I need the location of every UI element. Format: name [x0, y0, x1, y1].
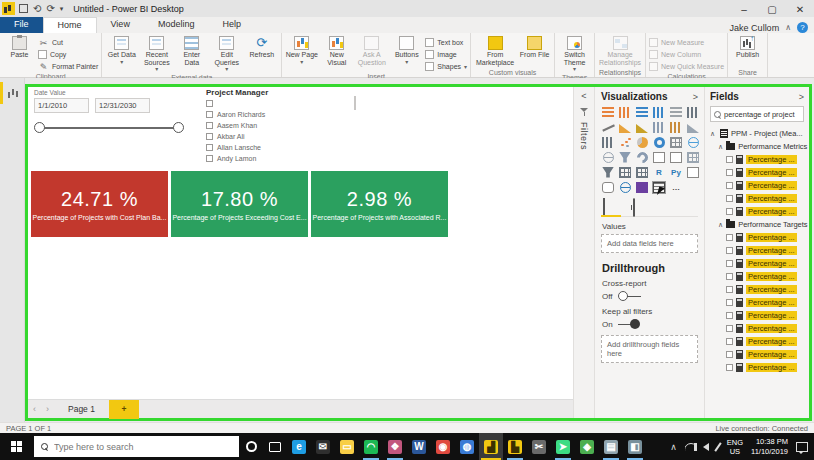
earth-icon[interactable]: ◍ [455, 433, 479, 460]
clustered-column-chart-icon[interactable] [652, 106, 666, 118]
cortana-icon[interactable] [239, 433, 263, 460]
field-measure-item[interactable]: Percentage ... [710, 244, 804, 257]
ribbon-chart-icon[interactable] [686, 121, 700, 133]
task-view-icon[interactable] [263, 433, 287, 460]
python-visual-icon[interactable]: Py [669, 166, 683, 178]
field-checkbox[interactable] [726, 234, 733, 241]
hidden-icons-chevron[interactable]: ∧ [670, 442, 677, 452]
field-checkbox[interactable] [726, 208, 733, 215]
field-measure-item[interactable]: Percentage ... [710, 322, 804, 335]
report-view-icon[interactable] [7, 87, 19, 99]
field-measure-item[interactable]: Percentage ... [710, 179, 804, 192]
project-manager-item[interactable] [206, 98, 336, 108]
snip-tool-icon[interactable]: ✂ [527, 433, 551, 460]
paginated-report-visual-icon[interactable] [635, 181, 649, 193]
r-script-visual-icon[interactable]: R [652, 166, 666, 178]
power-bi-icon[interactable]: ▟ [479, 433, 503, 460]
field-checkbox[interactable] [726, 338, 733, 345]
help-icon[interactable]: ? [797, 22, 808, 33]
photos-icon[interactable]: ❖ [383, 433, 407, 460]
qa-visual-icon[interactable] [601, 181, 615, 193]
collapse-fields-icon[interactable]: > [799, 92, 804, 102]
field-measure-item[interactable]: Percentage ... [710, 153, 804, 166]
field-measure-item[interactable]: Percentage ... [710, 192, 804, 205]
cut-button[interactable]: ✂Cut [38, 37, 98, 48]
key-influencers-visual-icon[interactable] [652, 181, 666, 193]
get-data-button[interactable]: Get Data▾ [105, 35, 138, 65]
filled-map-icon[interactable] [601, 151, 615, 163]
slicer-visual-icon[interactable] [601, 166, 615, 178]
checkbox[interactable] [206, 133, 213, 140]
project-manager-slicer[interactable]: Project Manager Aaron RichardsAasem Khan… [206, 88, 336, 163]
fields-folder-performance-targets[interactable]: ∧Performance Targets [710, 218, 804, 231]
slicer-end-date-input[interactable] [95, 98, 150, 113]
menu-tab-home[interactable]: Home [43, 17, 97, 33]
mail-icon[interactable]: ✉ [311, 433, 335, 460]
save-icon[interactable] [19, 4, 28, 13]
field-measure-item[interactable]: Percentage ... [710, 296, 804, 309]
buttons-button[interactable]: Buttons▾ [390, 35, 423, 65]
add-data-fields-dropzone[interactable]: Add data fields here [601, 234, 698, 253]
field-checkbox[interactable] [726, 299, 733, 306]
add-drillthrough-fields-dropzone[interactable]: Add drillthrough fields here [601, 335, 698, 363]
field-checkbox[interactable] [726, 312, 733, 319]
kpi-visual-icon[interactable] [669, 151, 683, 163]
checkbox[interactable] [206, 100, 213, 107]
copy-button[interactable]: Copy [38, 49, 98, 60]
page-next-icon[interactable]: › [41, 404, 54, 414]
field-measure-item[interactable]: Percentage ... [710, 257, 804, 270]
checkbox[interactable] [206, 111, 213, 118]
matrix-visual-icon[interactable] [635, 166, 649, 178]
field-measure-item[interactable]: Percentage ... [710, 309, 804, 322]
format-painter-button[interactable]: ✎Format Painter [38, 61, 98, 72]
chrome-icon[interactable]: ◉ [431, 433, 455, 460]
signed-in-user[interactable]: Jake Cullom [730, 23, 780, 33]
new-page-button[interactable]: New Page▾ [285, 35, 318, 65]
field-checkbox[interactable] [726, 273, 733, 280]
edit-queries-button[interactable]: Edit Queries▾ [210, 35, 243, 73]
format-tab[interactable] [633, 199, 649, 213]
project-manager-item[interactable]: Akbar Ali [206, 131, 336, 141]
enter-data-button[interactable]: Enter Data [175, 35, 208, 66]
recent-sources-button[interactable]: Recent Sources▾ [140, 35, 173, 73]
stacked-area-chart-icon[interactable] [635, 121, 649, 133]
field-checkbox[interactable] [726, 260, 733, 267]
field-measure-item[interactable]: Percentage ... [710, 348, 804, 361]
date-range-slider[interactable] [34, 122, 184, 134]
taskbar-search[interactable] [34, 436, 239, 457]
fields-well-tab[interactable] [603, 199, 619, 213]
fields-table-ppm-project[interactable]: ∧PPM - Project (Mea... [710, 127, 804, 140]
line-stacked-column-chart-icon[interactable] [652, 121, 666, 133]
stacked-bar-chart-icon[interactable] [601, 106, 615, 118]
menu-tab-help[interactable]: Help [208, 17, 255, 33]
kpi-card[interactable]: 24.71 %Percentage of Projects with Cost … [31, 171, 168, 237]
line-chart-icon[interactable] [601, 121, 615, 133]
field-checkbox[interactable] [726, 182, 733, 189]
checkbox[interactable] [206, 122, 213, 129]
collapse-visualizations-icon[interactable]: > [693, 92, 698, 102]
field-measure-item[interactable]: Percentage ... [710, 283, 804, 296]
close-button[interactable]: ✕ [786, 3, 814, 15]
map-icon[interactable] [686, 136, 700, 148]
collapse-caret-icon[interactable]: ∧ [718, 143, 723, 151]
pie-chart-icon[interactable] [635, 136, 649, 148]
switch-theme-button[interactable]: Switch Theme▾ [558, 35, 591, 73]
from-marketplace-button[interactable]: From Marketplace [474, 35, 516, 66]
android-studio-icon[interactable]: ◈ [575, 433, 599, 460]
minimize-button[interactable]: – [730, 3, 758, 15]
menu-tab-modeling[interactable]: Modeling [144, 17, 209, 33]
date-slicer[interactable]: Date Value [34, 89, 184, 134]
field-measure-item[interactable]: Percentage ... [710, 270, 804, 283]
funnel-chart-icon[interactable] [618, 151, 632, 163]
volume-icon[interactable] [703, 443, 709, 451]
filters-pane-collapsed[interactable]: < Filters [573, 87, 595, 418]
arcgis-map-icon[interactable] [618, 181, 632, 193]
expand-filters-icon[interactable]: < [581, 91, 586, 101]
screenshot-tool-icon[interactable]: ◧ [623, 433, 647, 460]
collapse-ribbon-icon[interactable]: ∧ [785, 23, 791, 32]
notes-icon[interactable]: ▤ [599, 433, 623, 460]
project-manager-item[interactable]: Aaron Richards [206, 109, 336, 119]
shapes-button[interactable]: Shapes▾ [425, 61, 467, 72]
field-checkbox[interactable] [726, 195, 733, 202]
spotify-icon[interactable]: ◠ [359, 433, 383, 460]
